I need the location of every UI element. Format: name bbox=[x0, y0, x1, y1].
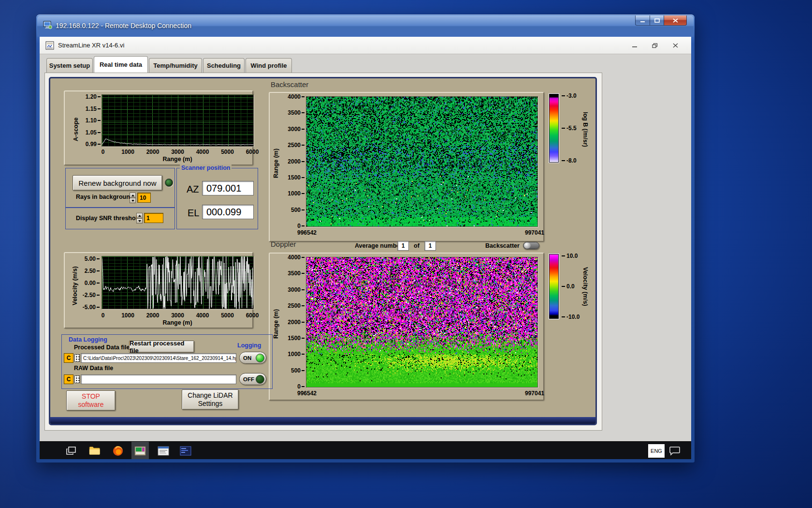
scanner-position-title: Scanner position bbox=[180, 164, 232, 171]
raw-drive-box[interactable]: C bbox=[64, 374, 73, 384]
tick-label: 3000 bbox=[167, 149, 188, 155]
tick-label: 1000 bbox=[288, 190, 304, 197]
scan-scheduler-icon[interactable] bbox=[155, 442, 172, 459]
backscatter-colorbar bbox=[549, 94, 559, 163]
change-button-line2: Settings bbox=[198, 400, 223, 408]
ascope-plot bbox=[102, 94, 254, 147]
tick-label: 4000 bbox=[192, 149, 213, 155]
processed-data-file-label: Processed Data file bbox=[74, 344, 130, 351]
tick-label: 10.0 bbox=[562, 253, 578, 259]
of-label: of bbox=[414, 242, 420, 249]
doppler-x-start: 996542 bbox=[285, 390, 329, 397]
data-logging-frame: Data Logging Processed Data file Restart… bbox=[61, 334, 273, 389]
tick-label: 0 bbox=[92, 149, 114, 155]
task-view-icon[interactable] bbox=[63, 442, 80, 459]
raw-path-field[interactable] bbox=[81, 374, 236, 384]
doppler-section-title: Doppler bbox=[271, 240, 296, 248]
stop-software-button[interactable]: STOP software bbox=[66, 390, 116, 411]
backscatter-heatmap-canvas bbox=[306, 97, 537, 226]
file-explorer-icon[interactable] bbox=[86, 442, 103, 459]
rays-in-background-label: Rays in background bbox=[76, 194, 133, 200]
rdp-window-controls bbox=[635, 15, 687, 26]
rays-stepper[interactable] bbox=[130, 193, 136, 203]
processed-logging-toggle[interactable]: ON bbox=[239, 352, 266, 364]
doppler-colorbar bbox=[549, 254, 559, 319]
backscatter-toggle-label: Backscatter bbox=[485, 242, 520, 249]
tab-temp-humidity[interactable]: Temp/humidity bbox=[149, 58, 202, 73]
app-close-button[interactable] bbox=[669, 41, 682, 50]
backscatter-y-ticks: 40003500300025002000150010005000 bbox=[283, 93, 304, 229]
tick-label: 1500 bbox=[288, 174, 304, 181]
backscatter-section-title: Backscatter bbox=[271, 80, 308, 89]
tick-label: 0.0 bbox=[562, 283, 575, 290]
tick-label: -10.0 bbox=[562, 314, 580, 320]
velocity-x-axis-label: Range (m) bbox=[110, 319, 245, 326]
tab-wind-profile[interactable]: Wind profile bbox=[246, 58, 292, 73]
rays-value-field[interactable]: 10 bbox=[137, 193, 151, 203]
average-number-label: Average number bbox=[355, 242, 402, 249]
tick-label: 2500 bbox=[288, 302, 304, 309]
doppler-y-ticks: 40003500300025002000150010005000 bbox=[283, 254, 304, 390]
notification-bubble-icon[interactable] bbox=[666, 442, 683, 459]
restart-processed-file-button[interactable]: Restart processed file bbox=[129, 341, 194, 353]
average-count-field[interactable]: 1 bbox=[424, 241, 436, 251]
tick-label: 1.05 bbox=[86, 129, 101, 136]
snr-value-field[interactable]: 1 bbox=[144, 213, 163, 223]
tab-real-time-data[interactable]: Real time data bbox=[94, 56, 148, 73]
raw-data-file-label: RAW Data file bbox=[74, 365, 113, 372]
scanner-position-frame: Scanner position AZ 079.001 EL 000.099 bbox=[176, 168, 258, 229]
raw-browse-icon[interactable] bbox=[74, 375, 80, 383]
tick-label: 1000 bbox=[117, 149, 139, 155]
tick-label: 0 bbox=[92, 312, 114, 319]
rdp-maximize-button[interactable] bbox=[650, 15, 664, 26]
velocity-y-ticks: 5.002.500.00-2.50-5.00 bbox=[80, 255, 100, 311]
backscatter-group: Range (m) 400035003000250020001500100050… bbox=[269, 92, 544, 242]
backscatter-colorbar-label: log B (/m/sr) bbox=[580, 98, 589, 161]
tick-label: 1000 bbox=[117, 312, 139, 319]
average-number-field[interactable]: 1 bbox=[397, 241, 409, 251]
tick-label: 2000 bbox=[288, 158, 304, 165]
stop-button-line1: STOP bbox=[82, 392, 100, 401]
ascope-y-axis-label: A-scope bbox=[72, 105, 80, 153]
data-logging-title: Data Logging bbox=[69, 336, 107, 343]
change-lidar-settings-button[interactable]: Change LiDAR Settings bbox=[182, 389, 239, 410]
tick-label: -2.50 bbox=[83, 292, 100, 299]
az-value-field: 079.001 bbox=[202, 181, 254, 195]
app-restore-button[interactable] bbox=[649, 41, 661, 50]
doppler-x-end: 997041 bbox=[513, 390, 556, 397]
renew-background-button[interactable]: Renew background now bbox=[72, 175, 162, 191]
streamline-titlebar[interactable]: StreamLine XR v14-6.vi bbox=[40, 37, 691, 54]
tick-label: 4000 bbox=[288, 93, 304, 100]
rdp-close-button[interactable] bbox=[664, 15, 687, 26]
el-label: EL bbox=[188, 208, 199, 219]
tick-label: 1500 bbox=[288, 335, 304, 342]
processed-drive-box[interactable]: C bbox=[64, 353, 73, 363]
velocity-plot bbox=[102, 256, 254, 309]
language-indicator[interactable]: ENG bbox=[648, 444, 665, 458]
ascope-y-ticks: 1.201.151.101.050.99 bbox=[80, 93, 101, 148]
ascope-group: A-scope 1.201.151.101.050.99 01000200030… bbox=[64, 90, 253, 165]
backscatter-display-toggle[interactable] bbox=[523, 242, 539, 249]
tab-scheduling[interactable]: Scheduling bbox=[203, 58, 245, 73]
tick-label: 4000 bbox=[288, 254, 304, 261]
velocity-plot-canvas bbox=[102, 256, 253, 309]
processed-path-field[interactable]: C:\Lidar\Data\Proc\2023\202309\20230914\… bbox=[81, 353, 236, 363]
velocity-x-ticks: 0100020003000400050006000 bbox=[92, 312, 263, 319]
rdp-titlebar[interactable]: 192.168.0.122 - Remote Desktop Connectio… bbox=[36, 15, 695, 37]
snr-stepper[interactable] bbox=[136, 213, 143, 224]
raw-logging-toggle[interactable]: OFF bbox=[239, 373, 266, 385]
tab-system-setup[interactable]: System setup bbox=[46, 58, 93, 73]
firefox-icon[interactable] bbox=[109, 442, 127, 459]
tick-label: 6000 bbox=[242, 149, 263, 155]
streamline-app-icon[interactable] bbox=[131, 442, 149, 459]
doppler-group: Range (m) 400035003000250020001500100050… bbox=[269, 253, 544, 401]
terminal-window-icon[interactable] bbox=[177, 442, 194, 459]
tick-label: 0.00 bbox=[85, 280, 100, 286]
ascope-x-axis-label: Range (m) bbox=[110, 156, 245, 163]
app-minimize-button[interactable] bbox=[628, 41, 641, 50]
processed-browse-icon[interactable] bbox=[74, 354, 80, 362]
rdp-minimize-button[interactable] bbox=[635, 15, 650, 26]
off-led-icon bbox=[256, 375, 264, 384]
tick-label: 2000 bbox=[288, 319, 304, 326]
tick-label: 1.20 bbox=[86, 93, 101, 100]
